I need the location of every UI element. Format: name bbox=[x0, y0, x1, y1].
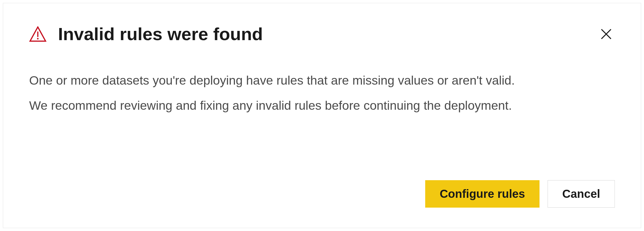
warning-triangle-icon bbox=[29, 26, 46, 42]
cancel-button[interactable]: Cancel bbox=[548, 180, 615, 208]
invalid-rules-dialog: Invalid rules were found One or more dat… bbox=[3, 3, 641, 228]
configure-rules-button[interactable]: Configure rules bbox=[425, 180, 540, 208]
dialog-header: Invalid rules were found bbox=[29, 23, 615, 45]
svg-point-1 bbox=[37, 38, 38, 39]
dialog-body-line2: We recommend reviewing and fixing any in… bbox=[29, 96, 615, 115]
close-button[interactable] bbox=[598, 25, 615, 43]
dialog-body: One or more datasets you're deploying ha… bbox=[29, 71, 615, 169]
title-group: Invalid rules were found bbox=[29, 23, 263, 45]
dialog-body-line1: One or more datasets you're deploying ha… bbox=[29, 71, 615, 90]
dialog-footer: Configure rules Cancel bbox=[29, 180, 615, 208]
dialog-title: Invalid rules were found bbox=[58, 23, 263, 45]
close-icon bbox=[600, 28, 613, 40]
